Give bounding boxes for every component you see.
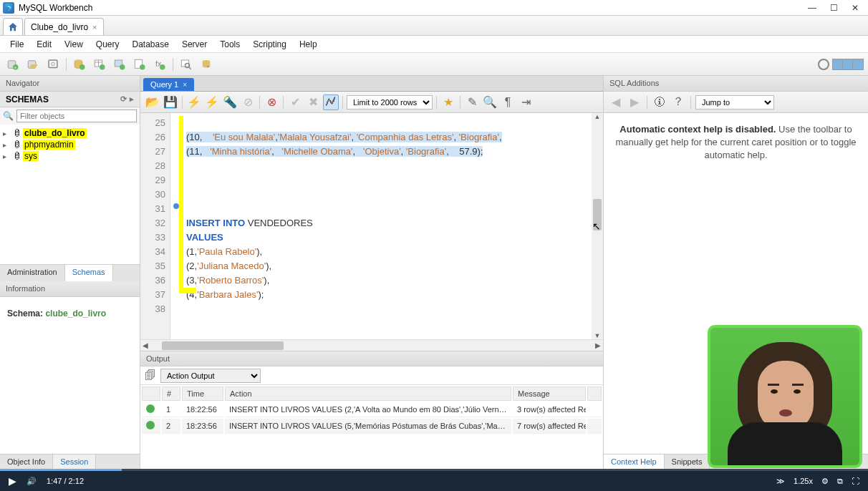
menu-server[interactable]: Server [176, 38, 213, 51]
home-tab[interactable] [3, 18, 23, 35]
menu-view[interactable]: View [59, 38, 89, 51]
additions-toolbar: ◀ ▶ 🛈 ？ Jump to [604, 92, 868, 113]
close-button[interactable]: ✕ [851, 4, 859, 12]
jump-to-select[interactable]: Jump to [695, 95, 774, 110]
action-output-icon: 🗐 [145, 369, 156, 382]
horizontal-scrollbar[interactable]: ◀ ▶ [140, 339, 603, 351]
open-file-button[interactable]: 📂 [145, 94, 160, 110]
menu-scripting[interactable]: Scripting [247, 38, 292, 51]
schema-item-sys[interactable]: ▸🛢sys [1, 150, 138, 162]
settings-button[interactable]: ⚙ [821, 477, 829, 486]
favorite-button[interactable]: ★ [440, 94, 456, 110]
open-inspector-button[interactable] [44, 56, 62, 73]
create-view-button[interactable] [111, 56, 128, 73]
forward-button[interactable]: ▶ [627, 94, 642, 110]
create-schema-button[interactable] [71, 56, 88, 73]
right-panel-toggle[interactable] [853, 59, 863, 69]
back-button[interactable]: ◀ [608, 94, 624, 110]
output-row[interactable]: 1 18:22:56 INSERT INTO LIVROS VALUES (2,… [142, 402, 602, 417]
code-area[interactable]: (10, 'Eu sou Malala','Malala Yousafzai',… [170, 113, 603, 339]
execute-button[interactable]: ⚡ [186, 94, 202, 110]
settings-icon[interactable] [818, 59, 829, 70]
rollback-button[interactable]: ✖ [305, 94, 321, 110]
stop-on-error-button[interactable]: ⊗ [264, 94, 279, 110]
volume-button[interactable]: 🔊 [26, 477, 37, 486]
find-button[interactable]: 🔍 [482, 94, 498, 110]
success-icon [146, 404, 155, 413]
manual-help-button[interactable]: ？ [670, 94, 686, 110]
fullscreen-button[interactable]: ⛶ [852, 477, 859, 485]
svg-point-11 [100, 64, 105, 70]
menu-database[interactable]: Database [127, 38, 175, 51]
svg-rect-4 [49, 60, 57, 68]
tab-administration[interactable]: Administration [0, 265, 65, 281]
tab-schemas[interactable]: Schemas [65, 265, 113, 281]
beautify-button[interactable]: ✎ [464, 94, 480, 110]
execute-current-button[interactable]: ⚡ [204, 94, 220, 110]
output-header: Output [140, 351, 603, 366]
playback-speed[interactable]: 1.25x [794, 477, 813, 485]
search-button[interactable] [178, 56, 195, 73]
open-sql-button[interactable] [24, 56, 42, 73]
schema-info-label: Schema: [7, 308, 43, 319]
output-grid[interactable]: #TimeActionMessage 1 18:22:56 INSERT INT… [140, 385, 603, 471]
panel-toggle[interactable] [832, 59, 864, 70]
reconnect-button[interactable] [198, 56, 215, 73]
svg-point-13 [120, 64, 125, 70]
presenter-figure [728, 329, 842, 465]
menu-query[interactable]: Query [90, 38, 125, 51]
stop-button[interactable]: ⊘ [240, 94, 256, 110]
create-function-button[interactable]: fx [151, 56, 168, 73]
schema-tree[interactable]: ▸🛢clube_do_livro ▸🛢phpmyadmin ▸🛢sys [0, 125, 140, 264]
left-panel-toggle[interactable] [833, 59, 843, 69]
menu-tools[interactable]: Tools [214, 38, 246, 51]
pip-button[interactable]: ⧉ [837, 477, 843, 486]
maximize-button[interactable]: ☐ [829, 4, 838, 12]
bottom-panel-toggle[interactable] [843, 59, 853, 69]
save-file-button[interactable]: 💾 [163, 94, 178, 110]
app-logo-icon: 🐬 [3, 2, 14, 14]
autocommit-button[interactable]: 🗲 [323, 94, 339, 110]
create-procedure-button[interactable] [131, 56, 148, 73]
schemas-header: SCHEMAS ⟳ ▸ [0, 92, 140, 107]
statement-marker-icon [173, 203, 179, 209]
changed-marker [179, 288, 196, 293]
help-text-bold: Automatic context help is disabled. [619, 124, 776, 135]
separator [173, 58, 173, 71]
menu-file[interactable]: File [4, 38, 29, 51]
minimize-button[interactable]: — [808, 4, 816, 12]
close-query-tab-icon[interactable]: × [183, 81, 187, 89]
mouse-cursor-icon: ↖ [592, 220, 601, 232]
sql-editor[interactable]: 2526272829303132333435363738 (10, 'Eu so… [140, 113, 603, 339]
row-limit-select[interactable]: Limit to 2000 rows [347, 95, 433, 110]
separator [66, 58, 67, 71]
close-tab-icon[interactable]: × [92, 23, 97, 31]
explain-button[interactable]: 🔦 [222, 94, 238, 110]
menu-help[interactable]: Help [294, 38, 323, 51]
next-button[interactable]: ≫ [776, 477, 785, 486]
play-button[interactable]: ▶ [9, 475, 16, 487]
query-tab-1[interactable]: Query 1 × [143, 78, 194, 91]
schema-item-phpmyadmin[interactable]: ▸🛢phpmyadmin [1, 139, 138, 150]
auto-help-button[interactable]: 🛈 [652, 94, 667, 110]
output-row[interactable]: 2 18:23:56 INSERT INTO LIVROS VALUES (5,… [142, 419, 602, 434]
filter-objects-input[interactable] [16, 110, 137, 122]
schemas-label: SCHEMAS [6, 94, 49, 104]
menu-edit[interactable]: Edit [31, 38, 57, 51]
refresh-schemas-icon[interactable]: ⟳ [120, 94, 127, 104]
commit-button[interactable]: ✔ [287, 94, 303, 110]
new-sql-tab-button[interactable]: + [4, 56, 21, 73]
separator [182, 96, 183, 109]
output-header-row: #TimeActionMessage [142, 387, 602, 401]
collapse-icon[interactable]: ▸ [130, 94, 134, 104]
create-table-button[interactable] [91, 56, 108, 73]
vertical-scrollbar[interactable]: ▲ ↖ ▼ [592, 113, 603, 339]
connection-tab[interactable]: Clube_do_livro × [24, 18, 104, 35]
main-toolbar: + fx [0, 53, 868, 76]
wrap-button[interactable]: ⇥ [518, 94, 534, 110]
invisible-chars-button[interactable]: ¶ [500, 94, 516, 110]
svg-line-20 [189, 67, 191, 69]
scroll-thumb[interactable] [162, 341, 284, 350]
schema-item-clube[interactable]: ▸🛢clube_do_livro [1, 127, 138, 139]
output-type-select[interactable]: Action Output [160, 369, 261, 383]
